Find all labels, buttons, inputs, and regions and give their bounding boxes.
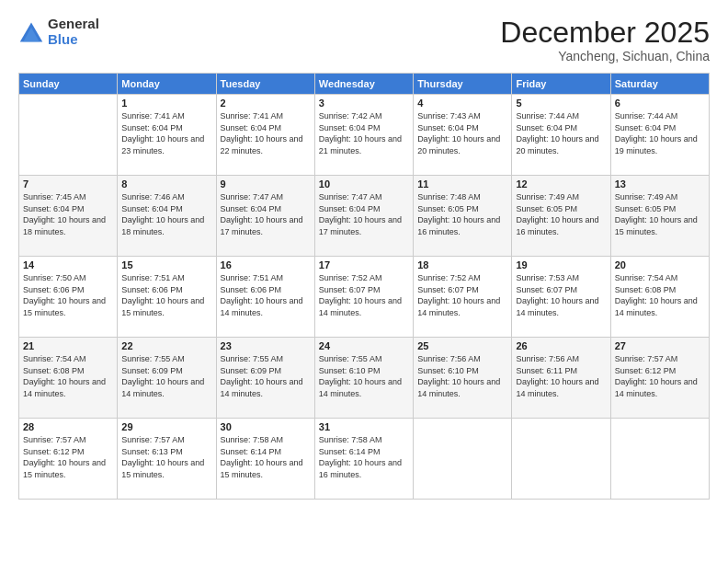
day-number: 15: [121, 259, 211, 270]
day-info: Sunrise: 7:52 AM Sunset: 6:07 PM Dayligh…: [319, 272, 409, 318]
cell-w4-d1: 21 Sunrise: 7:54 AM Sunset: 6:08 PM Dayl…: [19, 338, 118, 419]
daylight-text: Daylight: 10 hours and 23 minutes.: [121, 134, 204, 155]
day-number: 6: [615, 98, 705, 109]
cell-w3-d4: 17 Sunrise: 7:52 AM Sunset: 6:07 PM Dayl…: [314, 257, 413, 338]
sunset-text: Sunset: 6:12 PM: [615, 366, 677, 375]
sunrise-text: Sunrise: 7:51 AM: [121, 273, 185, 282]
daylight-text: Daylight: 10 hours and 14 minutes.: [516, 377, 598, 398]
day-number: 31: [319, 421, 409, 432]
header-friday: Friday: [512, 74, 610, 95]
cell-w3-d3: 16 Sunrise: 7:51 AM Sunset: 6:06 PM Dayl…: [216, 257, 314, 338]
location-subtitle: Yancheng, Sichuan, China: [500, 49, 710, 63]
cell-w4-d5: 25 Sunrise: 7:56 AM Sunset: 6:10 PM Dayl…: [414, 338, 512, 419]
day-info: Sunrise: 7:57 AM Sunset: 6:12 PM Dayligh…: [615, 353, 705, 399]
sunset-text: Sunset: 6:14 PM: [221, 447, 282, 456]
sunrise-text: Sunrise: 7:57 AM: [23, 435, 86, 444]
day-info: Sunrise: 7:54 AM Sunset: 6:08 PM Dayligh…: [615, 272, 705, 318]
day-number: 25: [417, 340, 507, 351]
sunrise-text: Sunrise: 7:41 AM: [121, 111, 185, 121]
sunrise-text: Sunrise: 7:47 AM: [319, 192, 382, 201]
day-number: 29: [121, 421, 211, 432]
sunrise-text: Sunrise: 7:44 AM: [516, 111, 579, 121]
sunset-text: Sunset: 6:12 PM: [23, 447, 85, 456]
sunrise-text: Sunrise: 7:48 AM: [417, 192, 481, 201]
daylight-text: Daylight: 10 hours and 15 minutes.: [23, 458, 106, 479]
day-info: Sunrise: 7:56 AM Sunset: 6:11 PM Dayligh…: [516, 353, 606, 399]
sunrise-text: Sunrise: 7:44 AM: [615, 111, 678, 121]
day-info: Sunrise: 7:42 AM Sunset: 6:04 PM Dayligh…: [319, 110, 409, 156]
sunrise-text: Sunrise: 7:55 AM: [319, 354, 382, 363]
daylight-text: Daylight: 10 hours and 14 minutes.: [23, 377, 106, 398]
day-number: 19: [516, 259, 606, 270]
day-number: 26: [516, 340, 606, 351]
sunset-text: Sunset: 6:04 PM: [417, 123, 479, 132]
sunrise-text: Sunrise: 7:43 AM: [417, 111, 481, 121]
sunrise-text: Sunrise: 7:51 AM: [221, 273, 284, 282]
daylight-text: Daylight: 10 hours and 14 minutes.: [516, 296, 598, 317]
cell-w2-d7: 13 Sunrise: 7:49 AM Sunset: 6:05 PM Dayl…: [610, 176, 709, 257]
day-number: 11: [417, 178, 507, 190]
day-info: Sunrise: 7:44 AM Sunset: 6:04 PM Dayligh…: [615, 110, 705, 156]
cell-w1-d5: 4 Sunrise: 7:43 AM Sunset: 6:04 PM Dayli…: [414, 95, 512, 176]
sunset-text: Sunset: 6:13 PM: [121, 447, 183, 456]
sunrise-text: Sunrise: 7:41 AM: [221, 111, 284, 121]
cell-w4-d3: 23 Sunrise: 7:55 AM Sunset: 6:09 PM Dayl…: [216, 338, 314, 419]
daylight-text: Daylight: 10 hours and 15 minutes.: [121, 458, 204, 479]
cell-w3-d7: 20 Sunrise: 7:54 AM Sunset: 6:08 PM Dayl…: [610, 257, 709, 338]
day-number: 21: [23, 340, 113, 351]
sunset-text: Sunset: 6:04 PM: [319, 123, 381, 132]
header-saturday: Saturday: [610, 74, 709, 95]
daylight-text: Daylight: 10 hours and 14 minutes.: [615, 377, 698, 398]
daylight-text: Daylight: 10 hours and 14 minutes.: [121, 377, 204, 398]
sunrise-text: Sunrise: 7:49 AM: [516, 192, 579, 201]
sunset-text: Sunset: 6:07 PM: [417, 285, 479, 294]
sunset-text: Sunset: 6:04 PM: [221, 123, 282, 132]
daylight-text: Daylight: 10 hours and 20 minutes.: [516, 134, 598, 155]
day-info: Sunrise: 7:49 AM Sunset: 6:05 PM Dayligh…: [516, 191, 606, 237]
sunset-text: Sunset: 6:11 PM: [516, 366, 577, 375]
sunset-text: Sunset: 6:05 PM: [516, 204, 577, 213]
sunset-text: Sunset: 6:06 PM: [23, 285, 85, 294]
daylight-text: Daylight: 10 hours and 14 minutes.: [615, 296, 698, 317]
cell-w5-d6: [512, 419, 610, 500]
day-number: 28: [23, 421, 113, 432]
cell-w1-d3: 2 Sunrise: 7:41 AM Sunset: 6:04 PM Dayli…: [216, 95, 314, 176]
daylight-text: Daylight: 10 hours and 18 minutes.: [121, 215, 204, 236]
header-thursday: Thursday: [414, 74, 512, 95]
day-number: 2: [221, 98, 311, 109]
daylight-text: Daylight: 10 hours and 21 minutes.: [319, 134, 402, 155]
daylight-text: Daylight: 10 hours and 16 minutes.: [516, 215, 598, 236]
sunset-text: Sunset: 6:07 PM: [516, 285, 577, 294]
sunrise-text: Sunrise: 7:52 AM: [417, 273, 481, 282]
sunrise-text: Sunrise: 7:56 AM: [417, 354, 481, 363]
daylight-text: Daylight: 10 hours and 18 minutes.: [23, 215, 106, 236]
sunrise-text: Sunrise: 7:56 AM: [516, 354, 579, 363]
day-number: 14: [23, 259, 113, 270]
sunset-text: Sunset: 6:04 PM: [221, 204, 282, 213]
daylight-text: Daylight: 10 hours and 16 minutes.: [319, 458, 402, 479]
sunset-text: Sunset: 6:08 PM: [615, 285, 677, 294]
daylight-text: Daylight: 10 hours and 22 minutes.: [221, 134, 303, 155]
cell-w5-d1: 28 Sunrise: 7:57 AM Sunset: 6:12 PM Dayl…: [19, 419, 118, 500]
sunset-text: Sunset: 6:04 PM: [615, 123, 677, 132]
header-monday: Monday: [118, 74, 216, 95]
daylight-text: Daylight: 10 hours and 14 minutes.: [319, 296, 402, 317]
daylight-text: Daylight: 10 hours and 14 minutes.: [221, 377, 303, 398]
day-info: Sunrise: 7:58 AM Sunset: 6:14 PM Dayligh…: [319, 434, 409, 480]
day-number: 7: [23, 178, 113, 190]
day-info: Sunrise: 7:53 AM Sunset: 6:07 PM Dayligh…: [516, 272, 606, 318]
month-title: December 2025: [500, 17, 710, 49]
cell-w1-d1: [19, 95, 118, 176]
week-row-1: 1 Sunrise: 7:41 AM Sunset: 6:04 PM Dayli…: [19, 95, 710, 176]
logo-icon: [18, 19, 44, 45]
sunset-text: Sunset: 6:05 PM: [615, 204, 677, 213]
cell-w4-d4: 24 Sunrise: 7:55 AM Sunset: 6:10 PM Dayl…: [314, 338, 413, 419]
daylight-text: Daylight: 10 hours and 15 minutes.: [121, 296, 204, 317]
day-number: 24: [319, 340, 409, 351]
cell-w2-d3: 9 Sunrise: 7:47 AM Sunset: 6:04 PM Dayli…: [216, 176, 314, 257]
sunrise-text: Sunrise: 7:46 AM: [121, 192, 185, 201]
sunrise-text: Sunrise: 7:55 AM: [221, 354, 284, 363]
sunset-text: Sunset: 6:14 PM: [319, 447, 381, 456]
sunset-text: Sunset: 6:08 PM: [23, 366, 85, 375]
cell-w1-d7: 6 Sunrise: 7:44 AM Sunset: 6:04 PM Dayli…: [610, 95, 709, 176]
